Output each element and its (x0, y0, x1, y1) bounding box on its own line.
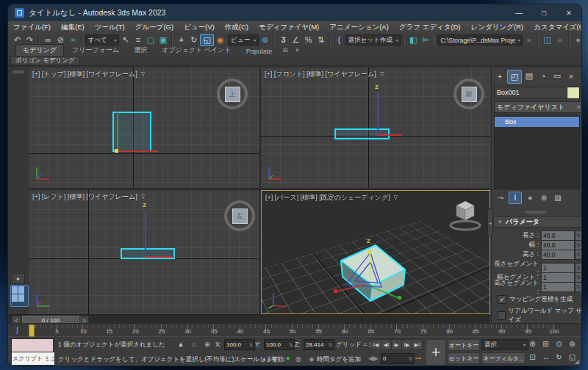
go-end-icon[interactable]: ▶I (412, 339, 423, 350)
modify-tab-icon[interactable]: ◰ (507, 70, 522, 84)
height-field[interactable]: 40.0 (541, 250, 575, 260)
prev-frame-icon[interactable]: ◀I (381, 339, 392, 350)
y-coordinate-field[interactable]: 100.0⇅ (264, 339, 295, 350)
selection-set-dropdown[interactable]: 選択 ▾ (481, 339, 528, 350)
toolbar-overflow-icon[interactable]: » (523, 35, 535, 46)
height-segs-field[interactable]: 1 (541, 282, 575, 292)
auto-key-button[interactable]: オートキー (448, 339, 480, 351)
width-field[interactable]: 40.0 (541, 240, 575, 250)
viewport-label-text[interactable]: [+] [フロント] [標準] [ワイヤフレーム] (265, 70, 376, 79)
project-folder-dropdown[interactable]: C:\Storage\P...dsMax Project ▾ (437, 35, 523, 46)
named-selection-icon[interactable]: { (333, 35, 345, 46)
object-name-field[interactable]: Box001 (494, 87, 567, 98)
percent-snap-icon[interactable]: % (302, 35, 315, 46)
menu-item-rendering[interactable]: レンダリング(R) (466, 23, 529, 32)
menu-item-group[interactable]: グループ(G) (130, 23, 179, 32)
adaptive-degradation-icon[interactable]: ◐ (259, 354, 270, 365)
selection-lock-icon[interactable]: ⌂ (189, 339, 199, 350)
tab-freeform[interactable]: フリーフォーム (65, 45, 126, 56)
viewport-perspective[interactable]: Z [+] [パース] [標準] [既定のシェーディング] ∇ (261, 190, 490, 314)
viewport-left[interactable]: [+] [レフト] [標準] [ワイヤフレーム] ∇ Z 左 (29, 190, 259, 314)
menu-item-customize[interactable]: カスタマイズ(U) (528, 23, 582, 32)
angle-snap-icon[interactable]: ∠ (290, 35, 302, 46)
menu-item-file[interactable]: ファイル(F) (8, 23, 56, 32)
pan-icon[interactable]: ↔ (540, 352, 551, 363)
zoom-extents-all-icon[interactable]: ⊛ (567, 338, 578, 349)
spinner-icon[interactable]: ⇅ (575, 282, 582, 292)
viewcube-face[interactable]: 左 (232, 208, 248, 224)
length-segs-field[interactable]: 1 (541, 263, 575, 273)
tab-object-paint[interactable]: オブジェクト ペイント (155, 45, 238, 56)
remove-modifier-icon[interactable]: ⊗ (538, 192, 550, 203)
gizmo-z-axis[interactable] (377, 92, 379, 136)
viewport-perspective-label[interactable]: [+] [パース] [標準] [既定のシェーディング] ∇ (265, 193, 398, 203)
spinner-icon[interactable]: ⇅ (575, 272, 582, 283)
length-field[interactable]: 40.0 (541, 231, 575, 241)
viewport-front-label[interactable]: [+] [フロント] [標準] [ワイヤフレーム] ∇ (265, 70, 384, 79)
isolate-selection-icon[interactable]: ▲ (176, 339, 186, 350)
display-tab-icon[interactable]: ▭ (551, 70, 564, 82)
maximize-button[interactable]: □ (531, 4, 556, 21)
viewcube[interactable]: 上 (217, 79, 248, 109)
absolute-offset-icon[interactable]: ⊕ (202, 339, 212, 350)
create-tab-icon[interactable]: + (493, 70, 506, 82)
menu-item-graph-editors[interactable]: グラフ エディタ(D) (394, 23, 466, 32)
modifier-stack[interactable]: Box (494, 115, 580, 189)
x-coordinate-field[interactable]: 100.0⇅ (224, 339, 255, 350)
zoom-all-icon[interactable]: ⊞ (540, 338, 551, 349)
filter-funnel-icon[interactable]: ∇ (380, 71, 384, 78)
viewport-left-label[interactable]: [+] [レフト] [標準] [ワイヤフレーム] ∇ (32, 192, 145, 202)
modifier-list-dropdown[interactable]: モディファイヤリスト ▾ (494, 101, 582, 113)
utilities-tab-icon[interactable]: × (564, 70, 578, 82)
gizmo-x-axis[interactable] (377, 134, 402, 136)
show-end-result-icon[interactable]: I (509, 192, 522, 204)
select-by-name-icon[interactable]: ≡ (132, 35, 144, 46)
close-button[interactable]: × (556, 4, 581, 21)
key-step-icon[interactable]: ◀▶ (368, 353, 379, 364)
ribbon-flyout-icon[interactable]: ⊞ (280, 45, 290, 56)
filter-funnel-icon[interactable]: ∇ (141, 71, 145, 78)
viewport-top-label[interactable]: [+] [トップ] [標準] [ワイヤフレーム] ∇ (32, 70, 145, 79)
viewport-top[interactable]: [+] [トップ] [標準] [ワイヤフレーム] ∇ 上 (29, 68, 259, 188)
resize-grip[interactable]: ◢ (575, 358, 579, 365)
selection-filter-dropdown[interactable]: すべて ▾ (85, 35, 120, 46)
key-filters-button[interactable]: キーフィルタ... (481, 352, 526, 364)
tab-populate[interactable]: Populate (240, 47, 279, 56)
menu-item-modifiers[interactable]: モディファイヤ(M) (254, 23, 324, 32)
chevron-down-icon[interactable]: ▾ (292, 45, 302, 56)
panel-collapse-arrow[interactable]: ◂ (487, 208, 493, 236)
toggle-icon[interactable]: ◎ (293, 354, 304, 365)
filter-funnel-icon[interactable]: ∇ (141, 194, 145, 200)
render-setup-icon[interactable]: ● (572, 35, 582, 46)
rollout-resize-handle[interactable] (525, 211, 547, 214)
make-unique-icon[interactable]: ∗ (524, 192, 536, 203)
select-rotate-icon[interactable]: ↻ (187, 35, 200, 46)
set-key-mode-button[interactable]: セットキー (448, 352, 480, 364)
viewport-layout-quad-button[interactable] (10, 285, 29, 307)
snap-toggle-icon[interactable]: 3 (277, 35, 290, 46)
autosave-icon[interactable]: ◫ (541, 35, 553, 46)
gizmo-y-axis[interactable] (117, 112, 118, 150)
time-tag-icon[interactable]: ◆ (306, 354, 317, 365)
reference-coordinate-dropdown[interactable]: ビュー ▾ (228, 35, 259, 46)
window-crossing-icon[interactable]: ▣ (157, 35, 169, 46)
motion-tab-icon[interactable]: ◔ (537, 70, 550, 82)
spinner-icon[interactable]: ⇅ (575, 240, 582, 250)
add-time-tag[interactable]: 時間タグを追加 (317, 355, 361, 364)
select-move-icon[interactable]: + (175, 35, 187, 46)
select-place-icon[interactable]: ◉ (214, 35, 226, 46)
gizmo-center[interactable] (115, 149, 118, 153)
filter-funnel-icon[interactable]: ∇ (394, 195, 398, 201)
gizmo-z-axis[interactable] (145, 211, 146, 258)
object-color-swatch[interactable] (567, 87, 580, 99)
minimize-button[interactable]: — (506, 4, 531, 21)
layout-flyout-arrow[interactable]: ▸ (12, 273, 25, 284)
bind-spacewarp-icon[interactable]: ≈ (67, 35, 79, 46)
maxscript-mini-listener[interactable]: スクリプト ミニ リス (11, 352, 55, 366)
toolbar-overflow-icon[interactable]: » (553, 35, 566, 46)
macro-recorder-field[interactable] (11, 338, 54, 352)
viewcube-face[interactable]: 上 (225, 87, 240, 102)
viewcube-3d[interactable] (447, 197, 484, 232)
hierarchy-tab-icon[interactable]: ▤ (523, 70, 536, 82)
stack-item-box[interactable]: Box (495, 117, 579, 127)
